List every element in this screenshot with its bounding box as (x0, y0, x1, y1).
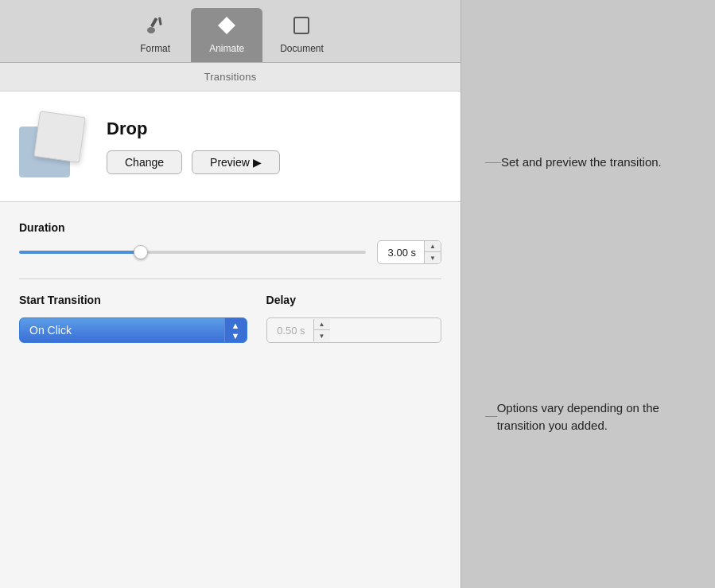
delay-label: Delay (266, 294, 441, 306)
delay-stepper: 0.50 s ▲ ▼ (266, 317, 441, 343)
start-transition-dropdown[interactable]: On Click ▲ ▼ (19, 317, 247, 343)
sidebar: Format Animate Document (0, 0, 461, 588)
svg-rect-4 (294, 18, 309, 33)
transition-preview: Drop Change Preview ▶ (0, 92, 460, 202)
start-transition-col: Start Transition On Click ▲ ▼ (19, 294, 247, 343)
duration-section: Duration 3.00 s ▲ ▼ (19, 221, 441, 264)
duration-value: 3.00 s (378, 243, 424, 262)
animate-icon (216, 14, 238, 40)
transition-thumbnail (19, 111, 91, 182)
delay-down-button[interactable]: ▼ (314, 330, 330, 341)
panel-wrapper: Format Animate Document (0, 0, 715, 588)
delay-up-button[interactable]: ▲ (314, 319, 330, 330)
dropdown-chevron-icon[interactable]: ▲ ▼ (224, 317, 247, 343)
start-transition-value: On Click (20, 324, 224, 337)
duration-down-button[interactable]: ▼ (425, 252, 441, 263)
thumb-front (33, 111, 86, 163)
tab-document[interactable]: Document (262, 8, 341, 62)
tab-animate[interactable]: Animate (191, 8, 262, 62)
format-label: Format (140, 43, 170, 54)
annotation-text-2: Options vary depending on the transition… (497, 399, 699, 434)
document-icon (290, 14, 313, 40)
svg-rect-0 (150, 18, 157, 27)
delay-stepper-arrows: ▲ ▼ (313, 319, 330, 341)
delay-value: 0.50 s (267, 325, 313, 337)
connector-dash-1 (485, 162, 501, 163)
annotation-area: Set and preview the transition. Options … (461, 0, 715, 588)
svg-point-1 (147, 27, 155, 33)
document-label: Document (280, 43, 324, 54)
stepper-arrows: ▲ ▼ (424, 241, 441, 263)
annotation-1: Set and preview the transition. (485, 154, 699, 171)
preview-button[interactable]: Preview ▶ (192, 150, 280, 174)
animate-label: Animate (209, 43, 244, 54)
annotation-text-1: Set and preview the transition. (501, 154, 662, 171)
options-area: Duration 3.00 s ▲ ▼ (0, 202, 460, 588)
transition-name: Drop (107, 119, 280, 139)
slider-fill (19, 251, 141, 254)
connector-dash-2 (485, 416, 497, 417)
change-button[interactable]: Change (107, 150, 182, 174)
transition-buttons: Change Preview ▶ (107, 150, 280, 174)
duration-stepper: 3.00 s ▲ ▼ (377, 240, 441, 264)
slider-row: 3.00 s ▲ ▼ (19, 240, 441, 264)
start-delay-row: Start Transition On Click ▲ ▼ Delay 0.50… (19, 294, 441, 343)
duration-label: Duration (19, 221, 441, 234)
slider-thumb[interactable] (134, 245, 148, 259)
transition-info: Drop Change Preview ▶ (107, 119, 280, 174)
divider (19, 278, 441, 279)
tab-format[interactable]: Format (119, 8, 191, 62)
format-icon (144, 14, 166, 40)
delay-col: Delay 0.50 s ▲ ▼ (266, 294, 441, 343)
annotation-2: Options vary depending on the transition… (485, 399, 699, 434)
duration-up-button[interactable]: ▲ (425, 241, 441, 252)
svg-rect-2 (158, 17, 162, 25)
toolbar: Format Animate Document (0, 0, 460, 63)
svg-marker-3 (218, 17, 235, 34)
duration-slider[interactable] (19, 251, 366, 254)
start-transition-label: Start Transition (19, 294, 247, 306)
transitions-header: Transitions (0, 63, 460, 92)
